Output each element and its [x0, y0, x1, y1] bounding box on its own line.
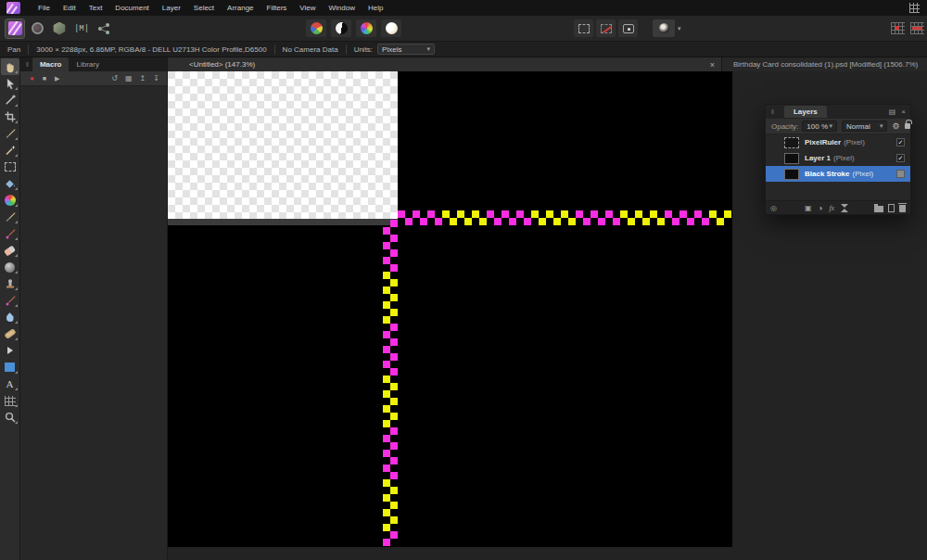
panel-menu-icon[interactable]: ▤: [889, 108, 896, 116]
apps-grid-icon[interactable]: [909, 3, 920, 13]
flood-select-tool[interactable]: [1, 142, 19, 159]
ruler-square: [702, 218, 709, 225]
play-macro-button[interactable]: ▶: [55, 75, 59, 83]
tab-library[interactable]: Library: [69, 57, 106, 71]
import-macro-icon[interactable]: ↧: [153, 74, 159, 83]
delete-layer-icon[interactable]: [899, 205, 906, 212]
menu-item-select[interactable]: Select: [187, 0, 221, 16]
auto-levels-button[interactable]: [306, 19, 326, 37]
menu-item-document[interactable]: Document: [108, 0, 155, 16]
reset-macro-icon[interactable]: ↺: [111, 74, 118, 83]
document-tab-birthday-card[interactable]: Birthday Card consolidated (1).psd [Modi…: [721, 57, 927, 71]
menu-item-arrange[interactable]: Arrange: [221, 0, 260, 16]
layer-row-black-stroke[interactable]: Black Stroke (Pixel): [766, 166, 910, 182]
paint-brush-tool[interactable]: [1, 209, 19, 225]
snapping-toggle[interactable]: [596, 19, 616, 37]
blur-tool[interactable]: [1, 309, 19, 325]
move-by-whole-pixels-icon[interactable]: [910, 22, 924, 34]
layer-visibility-checkbox[interactable]: [896, 170, 905, 178]
tool-flyout-indicator: [15, 221, 18, 223]
more-tools-flyout[interactable]: [1, 342, 19, 359]
zoom-tool[interactable]: [1, 409, 19, 426]
add-layer-icon[interactable]: [888, 204, 895, 212]
export-macro-icon[interactable]: ↥: [140, 74, 146, 83]
layer-row-pixelruler[interactable]: PixelRuler (Pixel) ✓: [766, 134, 910, 150]
tab-layers[interactable]: Layers: [784, 106, 827, 118]
mesh-warp-tool[interactable]: [1, 392, 19, 409]
menu-item-file[interactable]: File: [32, 0, 57, 16]
selection-brush-tool[interactable]: [1, 125, 19, 142]
move-tool[interactable]: [1, 75, 19, 92]
mask-layer-icon[interactable]: ▣: [805, 204, 812, 212]
stop-macro-button[interactable]: ■: [43, 75, 46, 82]
blend-mode-select[interactable]: Normal ▾: [842, 121, 887, 132]
layer-settings-icon[interactable]: ⚙: [892, 121, 899, 131]
layer-visibility-checkbox[interactable]: ✓: [896, 138, 905, 146]
menu-item-view[interactable]: View: [293, 0, 322, 16]
units-select[interactable]: Pixels ▾: [377, 44, 435, 55]
menu-item-window[interactable]: Window: [323, 0, 362, 16]
flood-fill-tool[interactable]: [1, 175, 19, 192]
colour-picker-tool[interactable]: [1, 92, 19, 108]
photo-persona-button[interactable]: [6, 19, 24, 38]
tab-macro[interactable]: Macro: [32, 57, 70, 71]
opacity-select[interactable]: 100 % ▾: [802, 121, 837, 132]
gradient-tool[interactable]: [1, 192, 19, 209]
auto-contrast-button[interactable]: [331, 19, 351, 37]
ruler-square: [502, 210, 509, 218]
close-panel-icon[interactable]: ×: [901, 108, 906, 116]
marquee-select-tool[interactable]: [1, 159, 19, 175]
develop-persona-button[interactable]: [50, 19, 69, 38]
ruler-square: [390, 249, 398, 257]
hourglass-icon[interactable]: [841, 204, 848, 212]
menu-item-filters[interactable]: Filters: [260, 0, 294, 16]
assistant-menu[interactable]: ▾: [653, 19, 681, 37]
colour-replacement-brush-tool[interactable]: [1, 225, 19, 242]
undo-brush-tool[interactable]: [1, 292, 19, 309]
tool-flyout-indicator: [15, 271, 18, 274]
layer-visibility-checkbox[interactable]: ✓: [896, 154, 905, 162]
menu-item-layer[interactable]: Layer: [156, 0, 187, 16]
clone-stamp-tool[interactable]: [1, 275, 19, 292]
ruler-square: [539, 218, 546, 225]
document-tab-untitled[interactable]: <Untitled> (147.3%) ×: [168, 57, 721, 71]
macro-list-icon[interactable]: ▦: [125, 74, 133, 83]
auto-colours-button[interactable]: [356, 19, 376, 37]
ruler-square: [583, 218, 590, 225]
ruler-square: [390, 294, 398, 301]
live-filter-icon[interactable]: fx: [829, 204, 834, 212]
selection-outline-toggle[interactable]: [574, 19, 593, 37]
edit-all-layers-icon[interactable]: ◎: [770, 204, 777, 212]
panel-drag-handle[interactable]: ‖: [771, 108, 774, 115]
chevron-down-icon: ▾: [829, 122, 832, 130]
record-macro-button[interactable]: ●: [30, 74, 34, 83]
pixel-selection-toggle[interactable]: [618, 19, 638, 37]
rectangle-tool[interactable]: [1, 359, 19, 375]
layer-row-layer1[interactable]: Layer 1 (Pixel) ✓: [766, 150, 910, 166]
crop-tool[interactable]: [1, 108, 19, 125]
auto-white-balance-button[interactable]: [381, 19, 401, 37]
group-layers-icon[interactable]: [874, 206, 883, 212]
menu-item-help[interactable]: Help: [362, 0, 389, 16]
menu-item-text[interactable]: Text: [83, 0, 109, 16]
close-tab-icon[interactable]: ×: [710, 60, 715, 70]
healing-brush-tool[interactable]: [1, 325, 19, 342]
ruler-square: [687, 218, 694, 225]
ruler-square: [427, 210, 435, 218]
adjustment-layer-icon[interactable]: ◑: [819, 204, 823, 212]
view-pan-tool[interactable]: [1, 58, 19, 75]
transparency-checkerboard: [168, 71, 398, 219]
panel-drag-handle[interactable]: ‖: [26, 61, 29, 68]
tone-mapping-persona-button[interactable]: |M|: [72, 19, 91, 38]
text-tool[interactable]: A: [1, 375, 19, 392]
menu-item-edit[interactable]: Edit: [57, 0, 83, 16]
liquify-persona-button[interactable]: [28, 19, 46, 38]
export-persona-button[interactable]: [95, 19, 113, 38]
eraser-tool[interactable]: [1, 242, 19, 259]
force-pixel-alignment-icon[interactable]: [891, 22, 905, 34]
ruler-square: [576, 210, 583, 218]
document-canvas[interactable]: [168, 71, 732, 547]
dodge-brush-tool[interactable]: [1, 259, 19, 275]
ruler-square: [553, 218, 561, 225]
lock-layer-icon[interactable]: [905, 123, 910, 129]
